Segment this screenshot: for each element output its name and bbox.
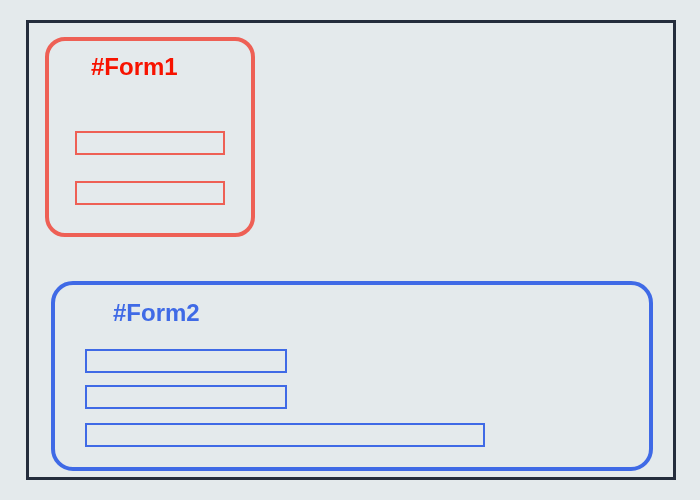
- form2-input-1[interactable]: [85, 349, 287, 373]
- form1-input-1[interactable]: [75, 131, 225, 155]
- form1-label: #Form1: [91, 53, 178, 81]
- form1-container: #Form1: [45, 37, 255, 237]
- form2-label: #Form2: [113, 299, 200, 327]
- form2-container: #Form2: [51, 281, 653, 471]
- form2-input-2[interactable]: [85, 385, 287, 409]
- page-container: #Form1 #Form2: [26, 20, 676, 480]
- form2-input-3[interactable]: [85, 423, 485, 447]
- form1-input-2[interactable]: [75, 181, 225, 205]
